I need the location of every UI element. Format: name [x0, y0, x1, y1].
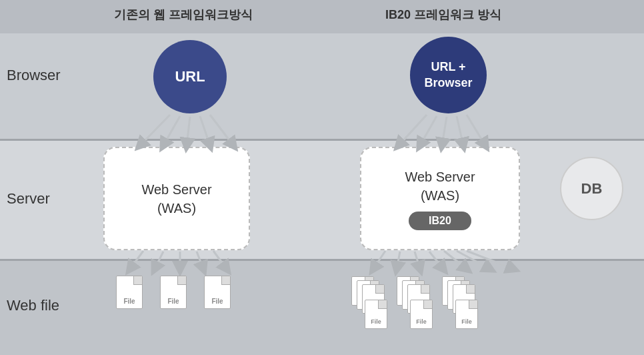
file-icon-left-2: File [157, 270, 189, 309]
ib20-badge: IB20 [409, 212, 471, 230]
server-box-left: Web Server(WAS) [103, 147, 250, 250]
server-label: Server [7, 190, 50, 208]
url-circle: URL [153, 40, 227, 113]
diagram-container: 기존의 웹 프레임워크방식 IB20 프레임워크 방식 Browser Serv… [0, 0, 644, 355]
file-icon-left-1: File [113, 270, 145, 309]
file-label: File [123, 298, 135, 305]
file-label: File [167, 298, 179, 305]
divider-browser-server [0, 139, 644, 141]
left-col-title: 기존의 웹 프레임워크방식 [103, 7, 263, 23]
webfile-band [0, 260, 644, 355]
right-col-title: IB20 프레임워크 방식 [363, 7, 523, 23]
server-box-right-text: Web Server(WAS) [405, 167, 475, 205]
browser-label: Browser [7, 67, 61, 84]
url-browser-text: URL +Browser [424, 59, 472, 91]
server-box-right: Web Server(WAS) IB20 [360, 147, 520, 250]
file-label: File [211, 298, 223, 305]
webfile-label: Web file [7, 297, 59, 314]
db-circle: DB [560, 157, 623, 220]
url-browser-circle: URL +Browser [410, 37, 487, 113]
file-icon-left-3: File [201, 270, 233, 309]
files-left: File File File [113, 270, 233, 309]
server-band [0, 140, 644, 260]
browser-band [0, 33, 644, 140]
server-box-left-text: Web Server(WAS) [141, 180, 211, 218]
divider-server-webfile [0, 259, 644, 261]
